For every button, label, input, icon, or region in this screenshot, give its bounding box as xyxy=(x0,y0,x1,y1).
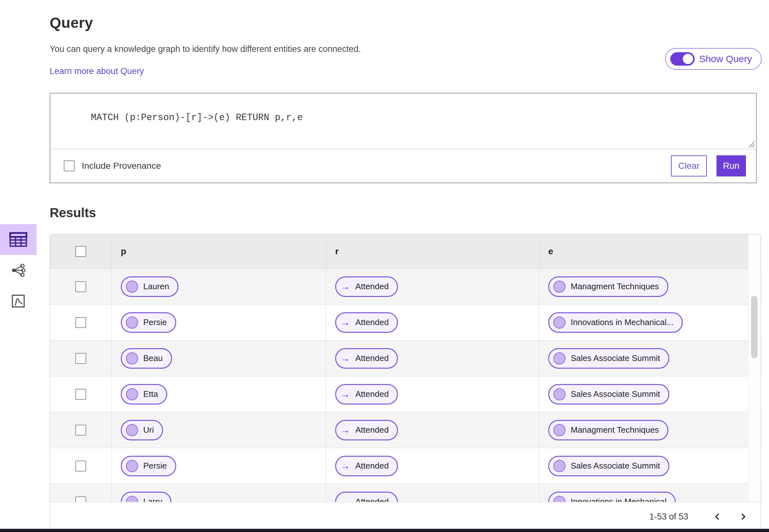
edge-pill[interactable]: → Attended xyxy=(335,492,398,502)
column-header-r[interactable]: r xyxy=(326,234,539,268)
edge-pill[interactable]: → Attended xyxy=(335,420,398,440)
scrollbar-thumb[interactable] xyxy=(751,296,757,358)
node-pill[interactable]: Sales Associate Summit xyxy=(548,456,669,476)
edge-label: Attended xyxy=(355,353,389,363)
node-pill[interactable]: Uri xyxy=(121,420,163,440)
cell-p: Beau xyxy=(111,340,326,376)
table-row: Persie → Attended Innovations in Mechani… xyxy=(50,305,761,340)
column-header-p[interactable]: p xyxy=(111,234,326,268)
row-checkbox[interactable] xyxy=(75,353,86,364)
node-circle-icon xyxy=(553,460,566,472)
node-circle-icon xyxy=(126,352,138,364)
edge-arrow-icon: → xyxy=(340,497,350,502)
next-page-button[interactable] xyxy=(734,507,752,526)
row-checkbox[interactable] xyxy=(75,496,86,502)
node-pill[interactable]: Persie xyxy=(121,456,176,476)
chart-view-tab[interactable] xyxy=(0,286,37,316)
show-query-toggle[interactable]: Show Query xyxy=(665,48,762,70)
node-pill[interactable]: Sales Associate Summit xyxy=(548,348,669,369)
node-label: Innovations in Mechanical xyxy=(571,497,667,502)
node-pill[interactable]: Lauren xyxy=(121,276,178,297)
clear-button[interactable]: Clear xyxy=(671,155,707,176)
chevron-right-icon xyxy=(738,512,748,521)
cell-r: → Attended xyxy=(326,448,539,484)
node-pill[interactable]: Managment Techniques xyxy=(548,276,668,297)
table-body: Lauren → Attended Managment Techniques P… xyxy=(50,269,761,502)
include-provenance-checkbox[interactable] xyxy=(64,160,75,171)
table-row: Etta → Attended Sales Associate Summit xyxy=(50,376,761,412)
edge-pill[interactable]: → Attended xyxy=(335,348,398,369)
row-checkbox[interactable] xyxy=(75,425,86,436)
query-editor-panel: MATCH (p:Person)-[r]->(e) RETURN p,r,e I… xyxy=(50,93,757,183)
window-bottom-edge xyxy=(0,529,769,532)
table-row: Beau → Attended Sales Associate Summit xyxy=(50,340,761,376)
node-label: Uri xyxy=(143,425,154,435)
select-all-checkbox[interactable] xyxy=(75,246,86,257)
cell-p: Larry xyxy=(111,484,326,502)
table-row: Uri → Attended Managment Techniques xyxy=(50,412,761,448)
node-pill[interactable]: Innovations in Mechanical... xyxy=(548,312,683,333)
row-checkbox[interactable] xyxy=(75,281,86,292)
pagination-range: 1-53 of 53 xyxy=(649,512,688,522)
edge-label: Attended xyxy=(355,497,389,502)
query-text: MATCH (p:Person)-[r]->(e) RETURN p,r,e xyxy=(91,112,302,123)
row-checkbox[interactable] xyxy=(75,461,86,471)
node-circle-icon xyxy=(126,281,138,293)
node-label: Managment Techniques xyxy=(571,282,659,291)
previous-page-button[interactable] xyxy=(708,507,727,526)
node-circle-icon xyxy=(126,460,138,472)
cell-r: → Attended xyxy=(326,412,539,448)
cell-e: Sales Associate Summit xyxy=(539,448,761,484)
column-header-e[interactable]: e xyxy=(539,234,761,268)
graph-view-tab[interactable] xyxy=(0,255,37,286)
node-pill[interactable]: Managment Techniques xyxy=(548,420,668,440)
table-view-tab[interactable] xyxy=(0,224,37,255)
toggle-on-icon[interactable] xyxy=(670,52,695,66)
node-label: Persie xyxy=(143,317,167,327)
node-pill[interactable]: Etta xyxy=(121,384,167,405)
node-circle-icon xyxy=(126,316,138,329)
column-header-label: p xyxy=(121,246,126,257)
cell-r: → Attended xyxy=(326,305,539,340)
node-pill[interactable]: Sales Associate Summit xyxy=(548,384,669,405)
cell-p: Etta xyxy=(111,376,326,412)
row-checkbox[interactable] xyxy=(75,317,86,328)
table-row: Lauren → Attended Managment Techniques xyxy=(50,269,761,305)
results-title: Results xyxy=(50,206,757,220)
edge-pill[interactable]: → Attended xyxy=(335,312,398,333)
edge-pill[interactable]: → Attended xyxy=(335,384,398,405)
node-pill[interactable]: Larry xyxy=(121,492,171,502)
node-label: Managment Techniques xyxy=(571,425,659,435)
run-button[interactable]: Run xyxy=(716,155,746,176)
header-checkbox-cell xyxy=(50,234,111,268)
node-label: Lauren xyxy=(143,282,169,291)
edge-pill[interactable]: → Attended xyxy=(335,456,398,476)
row-checkbox[interactable] xyxy=(75,389,86,400)
pagination-bar: 1-53 of 53 xyxy=(50,502,761,531)
query-editor-footer: Include Provenance Clear Run xyxy=(50,149,756,183)
cell-r: → Attended xyxy=(326,269,539,304)
table-scrollbar[interactable] xyxy=(748,235,760,502)
edge-arrow-icon: → xyxy=(340,461,350,471)
page-title: Query xyxy=(50,14,757,31)
node-pill[interactable]: Beau xyxy=(121,348,172,369)
row-checkbox-cell xyxy=(50,269,111,304)
node-pill[interactable]: Innovations in Mechanical xyxy=(548,492,676,502)
learn-more-link[interactable]: Learn more about Query xyxy=(50,66,144,76)
query-section: Query You can query a knowledge graph to… xyxy=(0,0,757,531)
cell-p: Uri xyxy=(111,412,326,448)
query-textarea[interactable]: MATCH (p:Person)-[r]->(e) RETURN p,r,e xyxy=(50,94,756,149)
node-circle-icon xyxy=(553,424,566,436)
edge-label: Attended xyxy=(355,389,389,399)
table-icon xyxy=(9,232,28,248)
row-checkbox-cell xyxy=(50,376,111,412)
node-circle-icon xyxy=(553,352,566,364)
resize-handle[interactable] xyxy=(748,140,755,148)
page-description: You can query a knowledge graph to ident… xyxy=(50,44,757,54)
results-view-switcher xyxy=(0,224,37,316)
node-pill[interactable]: Persie xyxy=(121,312,176,333)
edge-arrow-icon: → xyxy=(340,353,350,363)
edge-pill[interactable]: → Attended xyxy=(335,276,398,297)
node-circle-icon xyxy=(553,316,566,329)
node-label: Etta xyxy=(143,389,158,399)
